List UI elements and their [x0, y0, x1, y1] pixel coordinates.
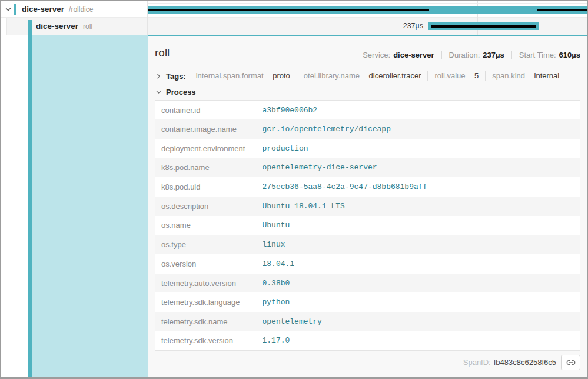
value-cell: production — [257, 139, 580, 158]
table-row: telemetry.auto.version0.38b0 — [155, 274, 580, 293]
tag-equals: = — [525, 71, 534, 80]
timeline-gridline — [368, 1, 368, 35]
key-cell: k8s.pod.uid — [155, 177, 257, 197]
jaeger-trace-window: dice-server /rolldice dice-server roll 2… — [0, 0, 588, 379]
critical-path-segment — [148, 9, 429, 11]
table-row: container.image.namegcr.io/opentelemetry… — [155, 119, 580, 139]
service-label: Service: — [363, 51, 390, 59]
span-id-label: SpanID: — [463, 358, 491, 367]
tag-key: span.kind — [492, 71, 525, 80]
tags-summary-list: internal.span.format=protootel.library.n… — [190, 71, 566, 81]
tags-label: Tags: — [166, 72, 186, 81]
start-time-label: Start Time: — [519, 51, 556, 59]
span-duration-text: 237µs — [376, 22, 423, 30]
selected-span-tint — [32, 35, 148, 377]
tag-value: diceroller.tracer — [369, 71, 421, 80]
tags-accordion-header[interactable]: Tags: internal.span.format=protootel.lib… — [155, 71, 580, 81]
span-overview: Service:dice-server Duration:237µs Start… — [363, 51, 580, 59]
service-value: dice-server — [393, 51, 434, 59]
table-row: os.typelinux — [155, 235, 580, 254]
key-cell: os.type — [155, 235, 257, 254]
value-cell: 18.04.1 — [257, 254, 580, 274]
span-detail-panel: roll Service:dice-server Duration:237µs … — [148, 35, 587, 377]
table-row: os.descriptionUbuntu 18.04.1 LTS — [155, 197, 580, 216]
value-cell: a3bf90e006b2 — [257, 101, 580, 120]
key-cell: telemetry.sdk.name — [155, 312, 257, 331]
table-row: telemetry.sdk.languagepython — [155, 292, 580, 312]
table-row: k8s.pod.nameopentelemetry-dice-server — [155, 158, 580, 178]
key-cell: telemetry.sdk.language — [155, 292, 257, 312]
tag-value: 5 — [474, 71, 479, 80]
header-divider — [155, 65, 580, 65]
chevron-down-icon[interactable] — [4, 5, 12, 14]
value-cell: python — [257, 292, 580, 312]
span-color-bar — [14, 4, 16, 15]
table-row: telemetry.sdk.version1.17.0 — [155, 331, 580, 351]
tag-equals: = — [466, 71, 475, 80]
value-cell: 0.38b0 — [257, 274, 580, 293]
key-cell: os.description — [155, 197, 257, 216]
duration-value: 237µs — [483, 51, 504, 59]
value-cell: opentelemetry — [257, 312, 580, 331]
span-detail-title: roll — [155, 46, 170, 59]
table-row: os.nameUbuntu — [155, 216, 580, 235]
tag-value: internal — [534, 71, 560, 80]
key-cell: os.version — [155, 254, 257, 274]
process-label: Process — [166, 88, 196, 97]
start-time-value: 610µs — [559, 51, 580, 59]
key-cell: k8s.pod.name — [155, 158, 257, 178]
chevron-down-icon — [155, 88, 162, 96]
key-cell: container.image.name — [155, 119, 257, 139]
span-color-bar — [28, 20, 32, 35]
tag-key: otel.library.name — [304, 71, 360, 80]
key-cell: telemetry.auto.version — [155, 274, 257, 293]
tag-key: internal.span.format — [196, 71, 264, 80]
critical-path-segment — [537, 9, 587, 11]
timeline-area: 237µs — [148, 1, 587, 35]
ruler-line — [148, 3, 587, 4]
tag-item: span.kind=internal — [485, 71, 566, 81]
selected-span-strip — [1, 35, 148, 377]
tag-equals: = — [360, 71, 369, 80]
key-cell: deployment.environment — [155, 139, 257, 158]
tag-value: proto — [273, 71, 290, 80]
chevron-right-icon — [155, 72, 162, 80]
critical-path-segment — [431, 25, 536, 28]
link-icon — [566, 358, 576, 367]
value-cell: 275ecb36-5aa8-4c2a-9c47-d8bb681b9aff — [257, 177, 580, 197]
process-table: container.ida3bf90e006b2container.image.… — [155, 100, 580, 351]
table-row: os.version18.04.1 — [155, 254, 580, 274]
operation-name: /rolldice — [69, 5, 93, 14]
table-row: container.ida3bf90e006b2 — [155, 101, 580, 120]
tag-equals: = — [264, 71, 273, 80]
key-cell: os.name — [155, 216, 257, 235]
span-bar-roll[interactable] — [428, 22, 539, 30]
tag-item: roll.value=5 — [427, 71, 485, 81]
table-row: deployment.environmentproduction — [155, 139, 580, 158]
service-name[interactable]: dice-server — [22, 5, 64, 14]
timeline-boundary-line — [147, 1, 148, 35]
value-cell: linux — [257, 235, 580, 254]
value-cell: opentelemetry-dice-server — [257, 158, 580, 178]
process-accordion-header[interactable]: Process — [155, 88, 580, 97]
deep-link-button[interactable] — [561, 355, 580, 370]
detail-footer: SpanID: fb483c8c6258f6c5 — [155, 355, 580, 370]
value-cell: 1.17.0 — [257, 331, 580, 351]
service-name[interactable]: dice-server — [36, 22, 78, 31]
key-cell: telemetry.sdk.version — [155, 331, 257, 351]
value-cell: Ubuntu 18.04.1 LTS — [257, 197, 580, 216]
table-row: k8s.pod.uid275ecb36-5aa8-4c2a-9c47-d8bb6… — [155, 177, 580, 197]
timeline-gridline — [258, 1, 258, 35]
duration-label: Duration: — [449, 51, 480, 59]
tag-item: otel.library.name=diceroller.tracer — [297, 71, 428, 81]
tag-item: internal.span.format=proto — [190, 71, 297, 81]
value-cell: Ubuntu — [257, 216, 580, 235]
key-cell: container.id — [155, 101, 257, 120]
operation-name: roll — [83, 22, 92, 31]
value-cell: gcr.io/opentelemetry/diceapp — [257, 119, 580, 139]
table-row: telemetry.sdk.nameopentelemetry — [155, 312, 580, 331]
span-bar-rolldice[interactable] — [148, 6, 587, 14]
tag-key: roll.value — [434, 71, 465, 80]
span-id-value: fb483c8c6258f6c5 — [494, 358, 556, 367]
